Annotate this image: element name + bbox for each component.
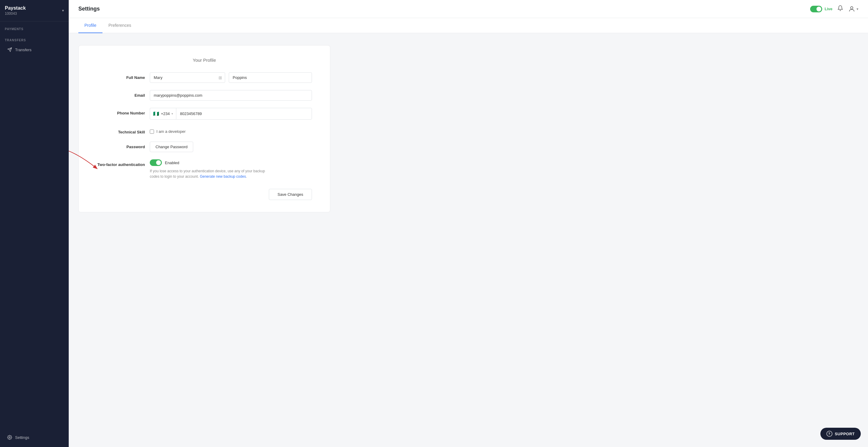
two-factor-label: Two-factor authentication xyxy=(97,159,145,167)
phone-controls: 🇳🇬 +234 ▾ xyxy=(150,108,312,120)
main-content: Settings Live ▾ Profile P xyxy=(69,0,868,447)
flag-icon: 🇳🇬 xyxy=(153,111,159,117)
generate-backup-codes-link[interactable]: Generate new backup codes xyxy=(200,174,246,179)
two-factor-status: Enabled xyxy=(165,161,179,165)
phone-number-input[interactable] xyxy=(176,108,312,120)
last-name-input[interactable] xyxy=(229,72,312,83)
first-name-wrapper: ⊞ xyxy=(150,72,225,83)
change-password-button[interactable]: Change Password xyxy=(150,141,193,152)
phone-label: Phone Number xyxy=(97,108,145,115)
form-section-title: Your Profile xyxy=(97,58,312,63)
phone-country-selector[interactable]: 🇳🇬 +234 ▾ xyxy=(150,108,176,120)
two-factor-content: Enabled If you lose access to your authe… xyxy=(150,159,312,179)
live-toggle[interactable]: Live xyxy=(810,6,832,12)
svg-point-3 xyxy=(850,7,853,9)
user-avatar[interactable]: ▾ xyxy=(848,5,858,13)
settings-area: Your Profile Full Name ⊞ Email xyxy=(69,33,340,224)
brand-info: Paystack 100043 xyxy=(5,5,26,15)
tab-profile[interactable]: Profile xyxy=(79,18,102,33)
save-row: Save Changes xyxy=(97,189,312,200)
gear-icon xyxy=(7,435,12,440)
send-icon xyxy=(7,47,12,52)
tab-preferences[interactable]: Preferences xyxy=(102,18,137,33)
password-label: Password xyxy=(97,141,145,149)
topbar: Settings Live ▾ xyxy=(69,0,868,18)
two-factor-row: Two-factor authentication Enabled If you… xyxy=(97,159,312,179)
support-label: SUPPORT xyxy=(835,432,855,436)
two-factor-toggle-row: Enabled xyxy=(150,159,312,166)
phone-country-code: +234 xyxy=(161,111,170,116)
chevron-down-icon: ▾ xyxy=(857,7,858,11)
full-name-label: Full Name xyxy=(97,72,145,80)
page-content: Your Profile Full Name ⊞ Email xyxy=(69,33,868,447)
password-row: Password Change Password xyxy=(97,141,312,152)
full-name-row: Full Name ⊞ xyxy=(97,72,312,83)
brand-name: Paystack xyxy=(5,5,26,11)
id-card-icon: ⊞ xyxy=(218,75,222,80)
phone-dropdown-icon: ▾ xyxy=(172,112,173,115)
brand-id: 100043 xyxy=(5,11,26,15)
sidebar-item-transfers-label: Transfers xyxy=(15,47,31,52)
page-title: Settings xyxy=(79,6,100,12)
live-toggle-pill[interactable] xyxy=(810,6,822,12)
sidebar-settings-label: Settings xyxy=(15,435,29,440)
technical-skill-row: Technical Skill I am a developer xyxy=(97,127,312,134)
phone-wrapper: 🇳🇬 +234 ▾ xyxy=(150,108,312,120)
topbar-right: Live ▾ xyxy=(810,5,858,13)
two-factor-description: If you lose access to your authenticatio… xyxy=(150,168,270,179)
email-controls xyxy=(150,90,312,101)
technical-skill-controls: I am a developer xyxy=(150,127,312,134)
email-input[interactable] xyxy=(150,90,312,101)
email-row: Email xyxy=(97,90,312,101)
developer-checkbox-row: I am a developer xyxy=(150,127,186,134)
tabs-bar: Profile Preferences xyxy=(69,18,868,33)
technical-skill-label: Technical Skill xyxy=(97,127,145,134)
password-controls: Change Password xyxy=(150,141,312,152)
support-button[interactable]: ? SUPPORT xyxy=(820,428,861,440)
bell-icon[interactable] xyxy=(837,5,843,13)
phone-row: Phone Number 🇳🇬 +234 ▾ xyxy=(97,108,312,120)
first-name-input[interactable] xyxy=(150,72,225,83)
chevron-down-icon: ▾ xyxy=(62,8,64,13)
live-label: Live xyxy=(825,7,832,11)
save-changes-button[interactable]: Save Changes xyxy=(269,189,312,200)
sidebar-bottom: Settings xyxy=(0,428,69,447)
sidebar-header[interactable]: Paystack 100043 ▾ xyxy=(0,0,69,21)
svg-point-2 xyxy=(9,437,10,438)
email-label: Email xyxy=(97,90,145,98)
developer-checkbox-label[interactable]: I am a developer xyxy=(156,129,186,134)
two-factor-toggle[interactable] xyxy=(150,159,162,166)
payments-section-label: PAYMENTS xyxy=(0,21,69,33)
full-name-controls: ⊞ xyxy=(150,72,312,83)
developer-checkbox[interactable] xyxy=(150,130,154,134)
sidebar-item-settings[interactable]: Settings xyxy=(5,433,64,442)
sidebar: Paystack 100043 ▾ PAYMENTS TRANSFERS Tra… xyxy=(0,0,69,447)
sidebar-item-transfers[interactable]: Transfers xyxy=(2,44,66,55)
profile-form-card: Your Profile Full Name ⊞ Email xyxy=(79,45,330,212)
transfers-section-label: TRANSFERS xyxy=(0,33,69,44)
support-icon: ? xyxy=(827,431,832,437)
